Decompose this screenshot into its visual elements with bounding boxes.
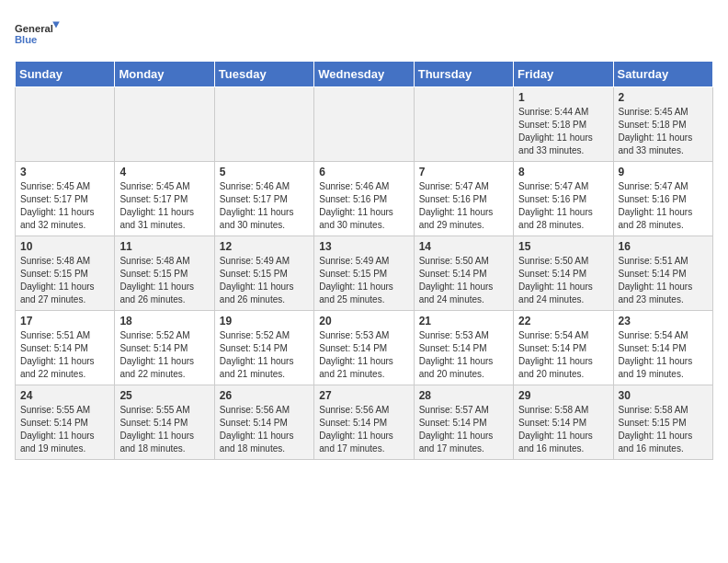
day-number: 20 — [319, 315, 408, 327]
day-info: Sunrise: 5:49 AM Sunset: 5:15 PM Dayligh… — [319, 255, 408, 306]
day-info: Sunrise: 5:47 AM Sunset: 5:16 PM Dayligh… — [619, 180, 708, 232]
day-info: Sunrise: 5:56 AM Sunset: 5:14 PM Dayligh… — [220, 404, 309, 455]
day-info: Sunrise: 5:51 AM Sunset: 5:14 PM Dayligh… — [20, 329, 109, 381]
day-number: 6 — [319, 166, 408, 178]
calendar-cell: 9Sunrise: 5:47 AM Sunset: 5:16 PM Daylig… — [613, 162, 712, 236]
header: General Blue — [15, 15, 713, 52]
day-number: 8 — [518, 166, 608, 178]
day-number: 9 — [619, 166, 708, 178]
calendar-cell: 10Sunrise: 5:48 AM Sunset: 5:15 PM Dayli… — [16, 236, 115, 311]
svg-marker-2 — [52, 22, 60, 29]
weekday-header-saturday: Saturday — [613, 62, 712, 87]
weekday-header-monday: Monday — [115, 62, 214, 87]
calendar-cell: 4Sunrise: 5:45 AM Sunset: 5:17 PM Daylig… — [115, 162, 214, 236]
day-info: Sunrise: 5:53 AM Sunset: 5:14 PM Dayligh… — [419, 329, 508, 381]
logo: General Blue — [15, 15, 61, 52]
calendar-week-1: 1Sunrise: 5:44 AM Sunset: 5:18 PM Daylig… — [16, 87, 713, 162]
calendar-cell — [115, 87, 214, 162]
svg-text:Blue: Blue — [15, 34, 37, 45]
day-info: Sunrise: 5:55 AM Sunset: 5:14 PM Dayligh… — [119, 404, 209, 455]
day-number: 14 — [419, 240, 508, 253]
day-number: 27 — [319, 389, 408, 402]
day-info: Sunrise: 5:44 AM Sunset: 5:18 PM Dayligh… — [518, 106, 608, 157]
day-info: Sunrise: 5:49 AM Sunset: 5:15 PM Dayligh… — [220, 255, 309, 306]
calendar-cell: 17Sunrise: 5:51 AM Sunset: 5:14 PM Dayli… — [16, 311, 115, 385]
day-info: Sunrise: 5:50 AM Sunset: 5:14 PM Dayligh… — [419, 255, 508, 306]
day-info: Sunrise: 5:58 AM Sunset: 5:15 PM Dayligh… — [619, 404, 708, 455]
day-number: 3 — [20, 166, 109, 178]
calendar-cell: 12Sunrise: 5:49 AM Sunset: 5:15 PM Dayli… — [214, 236, 313, 311]
calendar-cell — [314, 87, 414, 162]
calendar-cell: 13Sunrise: 5:49 AM Sunset: 5:15 PM Dayli… — [314, 236, 414, 311]
calendar-cell: 6Sunrise: 5:46 AM Sunset: 5:16 PM Daylig… — [314, 162, 414, 236]
calendar-cell: 3Sunrise: 5:45 AM Sunset: 5:17 PM Daylig… — [16, 162, 115, 236]
weekday-header-wednesday: Wednesday — [314, 62, 414, 87]
day-info: Sunrise: 5:52 AM Sunset: 5:14 PM Dayligh… — [220, 329, 309, 381]
logo-svg: General Blue — [15, 15, 61, 52]
calendar-cell: 22Sunrise: 5:54 AM Sunset: 5:14 PM Dayli… — [514, 311, 613, 385]
calendar-cell: 2Sunrise: 5:45 AM Sunset: 5:18 PM Daylig… — [613, 87, 712, 162]
calendar-cell: 28Sunrise: 5:57 AM Sunset: 5:14 PM Dayli… — [414, 385, 513, 460]
calendar-cell — [16, 87, 115, 162]
day-number: 12 — [220, 240, 309, 253]
calendar-cell: 27Sunrise: 5:56 AM Sunset: 5:14 PM Dayli… — [314, 385, 414, 460]
day-info: Sunrise: 5:47 AM Sunset: 5:16 PM Dayligh… — [518, 180, 608, 232]
day-number: 30 — [619, 389, 708, 402]
day-number: 22 — [518, 315, 608, 327]
day-number: 29 — [518, 389, 608, 402]
day-info: Sunrise: 5:46 AM Sunset: 5:17 PM Dayligh… — [220, 180, 309, 232]
day-number: 21 — [419, 315, 508, 327]
day-number: 10 — [20, 240, 109, 253]
day-info: Sunrise: 5:54 AM Sunset: 5:14 PM Dayligh… — [619, 329, 708, 381]
day-number: 23 — [619, 315, 708, 327]
day-number: 15 — [518, 240, 608, 253]
calendar-cell: 16Sunrise: 5:51 AM Sunset: 5:14 PM Dayli… — [613, 236, 712, 311]
day-info: Sunrise: 5:50 AM Sunset: 5:14 PM Dayligh… — [518, 255, 608, 306]
day-info: Sunrise: 5:56 AM Sunset: 5:14 PM Dayligh… — [319, 404, 408, 455]
day-number: 13 — [319, 240, 408, 253]
calendar-week-2: 3Sunrise: 5:45 AM Sunset: 5:17 PM Daylig… — [16, 162, 713, 236]
day-info: Sunrise: 5:52 AM Sunset: 5:14 PM Dayligh… — [119, 329, 209, 381]
calendar-cell: 23Sunrise: 5:54 AM Sunset: 5:14 PM Dayli… — [613, 311, 712, 385]
day-info: Sunrise: 5:46 AM Sunset: 5:16 PM Dayligh… — [319, 180, 408, 232]
day-number: 4 — [119, 166, 209, 178]
day-number: 24 — [20, 389, 109, 402]
calendar-cell: 30Sunrise: 5:58 AM Sunset: 5:15 PM Dayli… — [613, 385, 712, 460]
calendar-cell: 19Sunrise: 5:52 AM Sunset: 5:14 PM Dayli… — [214, 311, 313, 385]
calendar-cell: 1Sunrise: 5:44 AM Sunset: 5:18 PM Daylig… — [514, 87, 613, 162]
day-info: Sunrise: 5:45 AM Sunset: 5:17 PM Dayligh… — [20, 180, 109, 232]
day-number: 16 — [619, 240, 708, 253]
day-number: 5 — [220, 166, 309, 178]
calendar-cell: 21Sunrise: 5:53 AM Sunset: 5:14 PM Dayli… — [414, 311, 513, 385]
calendar-header: SundayMondayTuesdayWednesdayThursdayFrid… — [16, 62, 713, 87]
day-number: 17 — [20, 315, 109, 327]
weekday-header-thursday: Thursday — [414, 62, 513, 87]
day-number: 25 — [119, 389, 209, 402]
weekday-header-friday: Friday — [514, 62, 613, 87]
day-number: 7 — [419, 166, 508, 178]
calendar-cell: 14Sunrise: 5:50 AM Sunset: 5:14 PM Dayli… — [414, 236, 513, 311]
weekday-header-sunday: Sunday — [16, 62, 115, 87]
calendar-week-3: 10Sunrise: 5:48 AM Sunset: 5:15 PM Dayli… — [16, 236, 713, 311]
calendar-table: SundayMondayTuesdayWednesdayThursdayFrid… — [15, 61, 713, 460]
day-number: 1 — [518, 91, 608, 104]
calendar-cell: 11Sunrise: 5:48 AM Sunset: 5:15 PM Dayli… — [115, 236, 214, 311]
day-info: Sunrise: 5:45 AM Sunset: 5:17 PM Dayligh… — [119, 180, 209, 232]
day-info: Sunrise: 5:58 AM Sunset: 5:14 PM Dayligh… — [518, 404, 608, 455]
day-info: Sunrise: 5:57 AM Sunset: 5:14 PM Dayligh… — [419, 404, 508, 455]
day-info: Sunrise: 5:47 AM Sunset: 5:16 PM Dayligh… — [419, 180, 508, 232]
calendar-cell: 18Sunrise: 5:52 AM Sunset: 5:14 PM Dayli… — [115, 311, 214, 385]
day-info: Sunrise: 5:45 AM Sunset: 5:18 PM Dayligh… — [619, 106, 708, 157]
day-info: Sunrise: 5:54 AM Sunset: 5:14 PM Dayligh… — [518, 329, 608, 381]
weekday-header-tuesday: Tuesday — [214, 62, 313, 87]
calendar-week-4: 17Sunrise: 5:51 AM Sunset: 5:14 PM Dayli… — [16, 311, 713, 385]
calendar-cell: 8Sunrise: 5:47 AM Sunset: 5:16 PM Daylig… — [514, 162, 613, 236]
calendar-cell: 29Sunrise: 5:58 AM Sunset: 5:14 PM Dayli… — [514, 385, 613, 460]
weekday-header-row: SundayMondayTuesdayWednesdayThursdayFrid… — [16, 62, 713, 87]
calendar-cell: 25Sunrise: 5:55 AM Sunset: 5:14 PM Dayli… — [115, 385, 214, 460]
day-info: Sunrise: 5:53 AM Sunset: 5:14 PM Dayligh… — [319, 329, 408, 381]
day-number: 26 — [220, 389, 309, 402]
day-number: 11 — [119, 240, 209, 253]
calendar-cell — [414, 87, 513, 162]
calendar-cell: 15Sunrise: 5:50 AM Sunset: 5:14 PM Dayli… — [514, 236, 613, 311]
